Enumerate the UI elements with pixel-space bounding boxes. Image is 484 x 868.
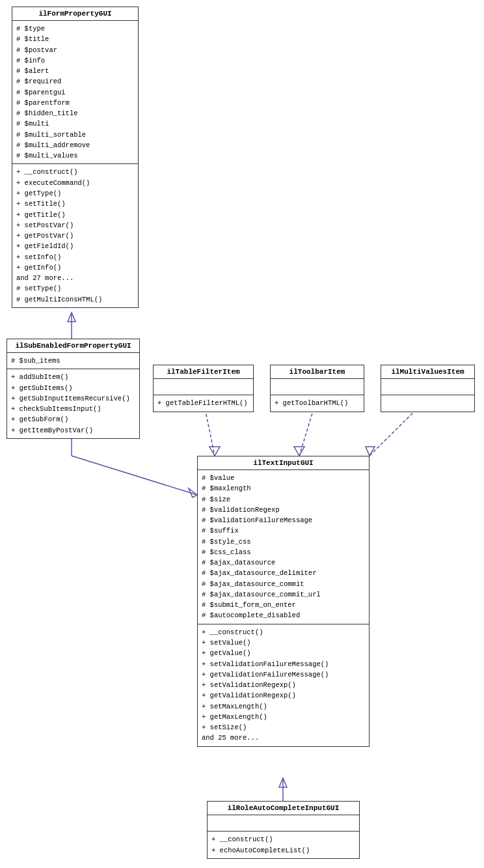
box-title-ilToolbarItem: ilToolbarItem [271, 365, 364, 379]
diagram-container: ilFormPropertyGUI # $type # $title # $po… [0, 0, 484, 868]
box-ilFormPropertyGUI: ilFormPropertyGUI # $type # $title # $po… [12, 7, 139, 308]
box-attrs-ilMultiValuesItem [381, 379, 474, 395]
box-ilTextInputGUI: ilTextInputGUI # $value # $maxlength # $… [197, 456, 370, 747]
box-ilToolbarItem: ilToolbarItem + getToolbarHTML() [270, 365, 364, 412]
box-title-ilFormPropertyGUI: ilFormPropertyGUI [12, 7, 138, 21]
svg-marker-6 [209, 447, 220, 456]
box-attrs-ilSubEnabledFormPropertyGUI: # $sub_items [7, 353, 139, 369]
svg-line-3 [72, 456, 197, 495]
box-methods-ilToolbarItem: + getToolbarHTML() [271, 395, 364, 411]
box-attrs-ilTableFilterItem [154, 379, 253, 395]
box-methods-ilSubEnabledFormPropertyGUI: + addSubItem() + getSubItems() + getSubI… [7, 369, 139, 438]
box-attrs-ilRoleAutoCompleteInputGUI [208, 815, 359, 832]
box-methods-ilFormPropertyGUI: + __construct() + executeCommand() + get… [12, 164, 138, 307]
box-ilTableFilterItem: ilTableFilterItem + getTableFilterHTML() [153, 365, 254, 412]
box-methods-ilMultiValuesItem [381, 395, 474, 411]
box-title-ilRoleAutoCompleteInputGUI: ilRoleAutoCompleteInputGUI [208, 802, 359, 815]
box-attrs-ilTextInputGUI: # $value # $maxlength # $size # $validat… [198, 470, 369, 624]
svg-marker-4 [189, 488, 197, 497]
svg-marker-8 [294, 447, 304, 456]
box-methods-ilTextInputGUI: + __construct() + setValue() + getValue(… [198, 624, 369, 746]
box-ilSubEnabledFormPropertyGUI: ilSubEnabledFormPropertyGUI # $sub_items… [7, 339, 140, 439]
box-title-ilTextInputGUI: ilTextInputGUI [198, 456, 369, 470]
box-title-ilSubEnabledFormPropertyGUI: ilSubEnabledFormPropertyGUI [7, 339, 139, 353]
box-ilRoleAutoCompleteInputGUI: ilRoleAutoCompleteInputGUI + __construct… [207, 801, 360, 859]
box-methods-ilTableFilterItem: + getTableFilterHTML() [154, 395, 253, 411]
box-title-ilMultiValuesItem: ilMultiValuesItem [381, 365, 474, 379]
box-attrs-ilFormPropertyGUI: # $type # $title # $postvar # $info # $a… [12, 21, 138, 164]
box-methods-ilRoleAutoCompleteInputGUI: + __construct() + echoAutoCompleteList() [208, 832, 359, 858]
svg-marker-10 [366, 447, 375, 456]
box-attrs-ilToolbarItem [271, 379, 364, 395]
box-ilMultiValuesItem: ilMultiValuesItem [381, 365, 475, 412]
box-title-ilTableFilterItem: ilTableFilterItem [154, 365, 253, 379]
svg-marker-1 [68, 313, 75, 322]
svg-marker-12 [279, 778, 287, 787]
